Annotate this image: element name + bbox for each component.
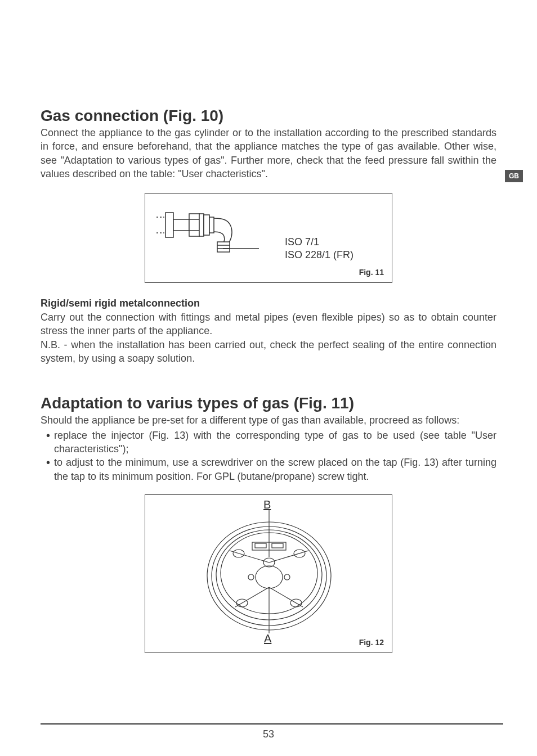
adaptation-bullet-list: • replace the injector (Fig. 13) with th…	[41, 429, 496, 483]
svg-point-25	[284, 574, 290, 580]
svg-rect-4	[189, 214, 199, 236]
figure-12-label-a: A	[264, 632, 271, 645]
para-rigid-2: N.B. - when the installation has been ca…	[41, 338, 496, 366]
svg-rect-10	[217, 242, 230, 252]
page-content: Gas connection (Fig. 10) Connect the app…	[41, 107, 496, 653]
para-adaptation-intro: Should the appliance be pre-set for a di…	[41, 413, 496, 427]
svg-rect-2	[165, 213, 173, 237]
figure-12-caption: Fig. 12	[359, 638, 384, 647]
bullet-icon: •	[46, 429, 54, 456]
figure-12-box: B	[145, 494, 392, 653]
heading-adaptation: Adaptation to varius types of gas (Fig. …	[41, 394, 496, 412]
subheading-rigid-connection: Rigid/semi rigid metalconnection	[41, 298, 496, 309]
figure-11-caption: Fig. 11	[359, 268, 384, 277]
svg-rect-9	[209, 217, 214, 233]
list-item: • to adjust to the minimum, use a screwd…	[41, 456, 496, 483]
svg-rect-29	[255, 543, 266, 548]
bullet-icon: •	[46, 456, 54, 483]
footer-divider	[41, 723, 503, 724]
list-item: • replace the injector (Fig. 13) with th…	[41, 429, 496, 456]
figure-11-iso-labels: ISO 7/1 ISO 228/1 (FR)	[285, 236, 353, 261]
svg-point-18	[256, 566, 283, 588]
bullet-text-2: to adjust to the minimum, use a screwdri…	[54, 456, 496, 483]
para-rigid-1: Carry out the connection with fittings a…	[41, 310, 496, 338]
svg-rect-7	[199, 214, 204, 236]
svg-point-24	[248, 574, 254, 580]
figure-12-diagram	[196, 503, 342, 647]
iso-label-1: ISO 7/1	[285, 236, 319, 248]
iso-label-2: ISO 228/1 (FR)	[285, 249, 353, 260]
para-gas-connection: Connect the appliance to the gas cylinde…	[41, 126, 496, 181]
svg-rect-30	[272, 543, 283, 548]
figure-11-diagram	[156, 207, 263, 258]
svg-rect-8	[204, 215, 209, 235]
figure-11-box: ISO 7/1 ISO 228/1 (FR) Fig. 11	[145, 193, 392, 283]
bullet-text-1: replace the injector (Fig. 13) with the …	[54, 429, 496, 456]
language-tab: GB	[505, 170, 523, 182]
heading-gas-connection: Gas connection (Fig. 10)	[41, 107, 496, 125]
svg-rect-3	[173, 219, 189, 231]
page-number: 53	[0, 728, 537, 740]
